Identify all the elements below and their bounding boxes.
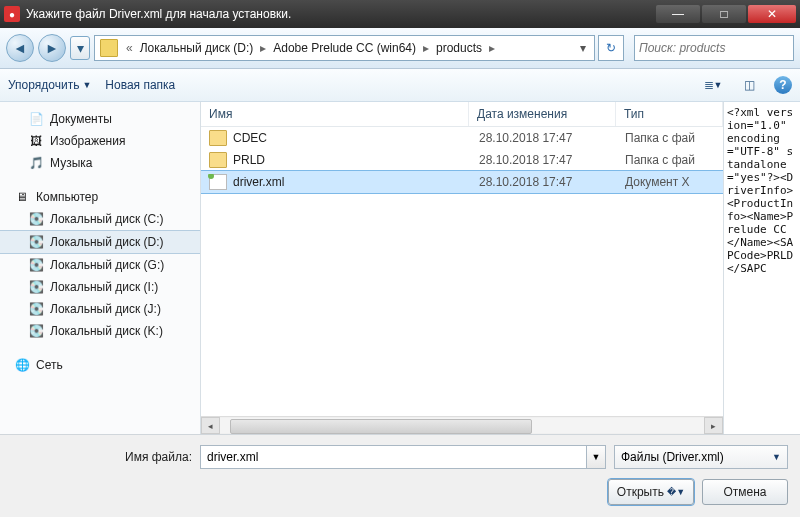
chevron-right-icon: ▸ [484, 41, 500, 55]
file-open-dialog: ● Укажите файл Driver.xml для начала уст… [0, 0, 800, 517]
main-area: Имя Дата изменения Тип CDEC28.10.2018 17… [201, 102, 800, 434]
file-list: Имя Дата изменения Тип CDEC28.10.2018 17… [201, 102, 723, 434]
sidebar-label: Локальный диск (J:) [50, 302, 161, 316]
back-button[interactable]: ◄ [6, 34, 34, 62]
sidebar-drive-item[interactable]: Локальный диск (J:) [0, 298, 200, 320]
search-input[interactable] [634, 35, 794, 61]
filetype-label: Файлы (Driver.xml) [621, 450, 724, 464]
preview-pane-button[interactable]: ◫ [738, 74, 760, 96]
window-title: Укажите файл Driver.xml для начала устан… [26, 7, 654, 21]
toolbar: Упорядочить ▼ Новая папка ≣ ▼ ◫ ? [0, 69, 800, 102]
horizontal-scrollbar[interactable]: ◂ ▸ [201, 416, 723, 434]
column-headers: Имя Дата изменения Тип [201, 102, 723, 127]
titlebar: ● Укажите файл Driver.xml для начала уст… [0, 0, 800, 28]
chevron-right-icon: ▸ [418, 41, 434, 55]
filetype-select[interactable]: Файлы (Driver.xml) ▼ [614, 445, 788, 469]
sidebar-label: Компьютер [36, 190, 98, 204]
file-row[interactable]: PRLD28.10.2018 17:47Папка с фай [201, 149, 723, 171]
sidebar-library-item[interactable]: Музыка [0, 152, 200, 174]
help-button[interactable]: ? [774, 76, 792, 94]
close-button[interactable]: ✕ [748, 5, 796, 23]
file-name: PRLD [233, 153, 265, 167]
file-date: 28.10.2018 17:47 [471, 131, 617, 145]
file-date: 28.10.2018 17:47 [471, 153, 617, 167]
scroll-left-button[interactable]: ◂ [201, 417, 220, 434]
computer-icon [14, 189, 30, 205]
refresh-button[interactable]: ↻ [598, 35, 624, 61]
col-type[interactable]: Тип [616, 102, 723, 126]
xml-file-icon [209, 174, 227, 190]
drive-icon [28, 234, 44, 250]
file-type: Папка с фай [617, 153, 723, 167]
filename-label: Имя файла: [12, 450, 192, 464]
chevron-down-icon: ▼ [82, 80, 91, 90]
sidebar-drive-item[interactable]: Локальный диск (G:) [0, 254, 200, 276]
folder-icon [209, 130, 227, 146]
app-icon: ● [4, 6, 20, 22]
sidebar-label: Документы [50, 112, 112, 126]
sidebar-label: Музыка [50, 156, 92, 170]
open-button[interactable]: Открыть �▼ [608, 479, 694, 505]
breadcrumb-part[interactable]: Локальный диск (D:) [138, 41, 256, 55]
sidebar-computer[interactable]: Компьютер [0, 186, 200, 208]
sidebar-drive-item[interactable]: Локальный диск (K:) [0, 320, 200, 342]
split-button-arrow[interactable]: �▼ [667, 487, 685, 497]
drive-icon [28, 323, 44, 339]
view-mode-button[interactable]: ≣ ▼ [702, 74, 724, 96]
sidebar-label: Локальный диск (I:) [50, 280, 158, 294]
file-row[interactable]: CDEC28.10.2018 17:47Папка с фай [201, 127, 723, 149]
filename-input[interactable] [200, 445, 587, 469]
cancel-button[interactable]: Отмена [702, 479, 788, 505]
library-icon [28, 111, 44, 127]
dialog-body: ДокументыИзображенияМузыка Компьютер Лок… [0, 102, 800, 434]
sidebar-label: Локальный диск (D:) [50, 235, 164, 249]
sidebar-drive-item[interactable]: Локальный диск (C:) [0, 208, 200, 230]
drive-icon [28, 301, 44, 317]
sidebar-drive-item[interactable]: Локальный диск (D:) [0, 230, 200, 254]
chevron-right-icon: « [121, 41, 138, 55]
scroll-thumb[interactable] [230, 419, 532, 434]
folder-icon [100, 39, 118, 57]
library-icon [28, 133, 44, 149]
sidebar-label: Локальный диск (G:) [50, 258, 164, 272]
history-dropdown[interactable]: ▾ [70, 36, 90, 60]
sidebar-label: Локальный диск (C:) [50, 212, 164, 226]
file-date: 28.10.2018 17:47 [471, 175, 617, 189]
file-row[interactable]: driver.xml28.10.2018 17:47Документ X [201, 171, 723, 193]
organize-menu[interactable]: Упорядочить ▼ [8, 78, 91, 92]
scroll-track[interactable] [220, 418, 704, 433]
file-name: driver.xml [233, 175, 284, 189]
nav-bar: ◄ ► ▾ « Локальный диск (D:) ▸ Adobe Prel… [0, 28, 800, 69]
sidebar-network[interactable]: Сеть [0, 354, 200, 376]
sidebar-label: Локальный диск (K:) [50, 324, 163, 338]
sidebar-label: Сеть [36, 358, 63, 372]
chevron-right-icon: ▸ [255, 41, 271, 55]
minimize-button[interactable]: — [656, 5, 700, 23]
preview-pane: <?xml version="1.0" encoding="UTF-8" sta… [723, 102, 800, 434]
chevron-down-icon: ▼ [772, 452, 781, 462]
forward-button[interactable]: ► [38, 34, 66, 62]
sidebar-label: Изображения [50, 134, 125, 148]
col-date[interactable]: Дата изменения [469, 102, 616, 126]
drive-icon [28, 279, 44, 295]
breadcrumb-part[interactable]: Adobe Prelude CC (win64) [271, 41, 418, 55]
nav-sidebar: ДокументыИзображенияМузыка Компьютер Лок… [0, 102, 201, 434]
chevron-down-icon: ▼ [714, 80, 723, 90]
new-folder-button[interactable]: Новая папка [105, 78, 175, 92]
dialog-footer: Имя файла: ▼ Файлы (Driver.xml) ▼ Открыт… [0, 434, 800, 517]
scroll-right-button[interactable]: ▸ [704, 417, 723, 434]
organize-label: Упорядочить [8, 78, 79, 92]
library-icon [28, 155, 44, 171]
breadcrumb[interactable]: « Локальный диск (D:) ▸ Adobe Prelude CC… [94, 35, 595, 61]
col-name[interactable]: Имя [201, 102, 469, 126]
sidebar-library-item[interactable]: Документы [0, 108, 200, 130]
sidebar-drive-item[interactable]: Локальный диск (I:) [0, 276, 200, 298]
breadcrumb-part[interactable]: products [434, 41, 484, 55]
filename-dropdown[interactable]: ▼ [587, 445, 606, 469]
sidebar-library-item[interactable]: Изображения [0, 130, 200, 152]
file-name: CDEC [233, 131, 267, 145]
drive-icon [28, 211, 44, 227]
breadcrumb-dropdown[interactable]: ▾ [574, 41, 592, 55]
drive-icon [28, 257, 44, 273]
maximize-button[interactable]: □ [702, 5, 746, 23]
